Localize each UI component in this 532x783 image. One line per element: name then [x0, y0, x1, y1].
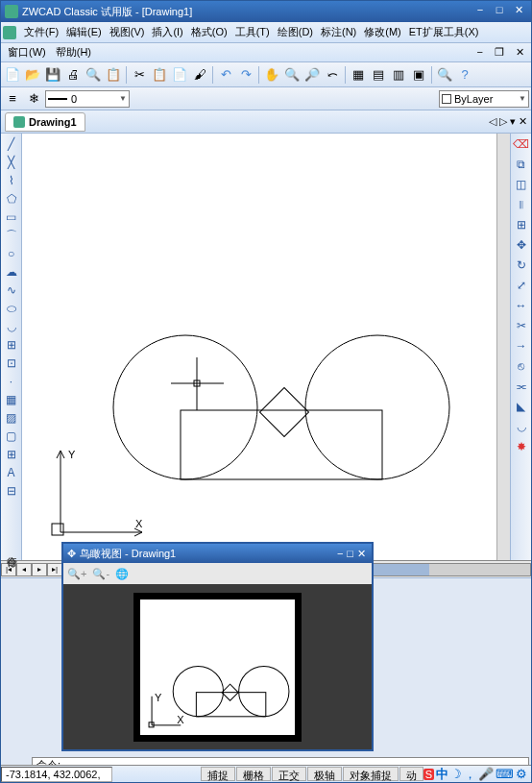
ellipse-tool[interactable]: ⬭ [3, 300, 20, 317]
menu-et[interactable]: ET扩展工具(X) [405, 23, 483, 41]
stretch-tool[interactable]: ↔ [513, 297, 530, 314]
menu-view[interactable]: 视图(V) [106, 23, 149, 41]
chamfer-tool[interactable]: ◣ [513, 398, 530, 415]
preview-button[interactable]: 🔍 [84, 65, 103, 85]
publish-button[interactable]: 📋 [104, 65, 123, 85]
drawing-canvas[interactable]: Y X [22, 134, 496, 560]
grid-toggle[interactable]: 栅格 [236, 767, 271, 781]
menu-help[interactable]: 帮助(H) [51, 43, 96, 61]
tray-moon-icon[interactable]: ☽ [450, 767, 462, 781]
aerial-zoomout-button[interactable]: 🔍- [92, 568, 109, 580]
calc-button[interactable]: ▣ [409, 65, 428, 85]
menu-tools[interactable]: 工具(T) [231, 23, 274, 41]
aerial-zoomin-button[interactable]: 🔍+ [67, 568, 86, 580]
match-button[interactable]: 🖌 [190, 65, 209, 85]
tab-right-button[interactable]: ▷ [499, 115, 507, 128]
open-button[interactable]: 📂 [23, 65, 42, 85]
menu-window[interactable]: 窗口(W) [3, 43, 51, 61]
polar-toggle[interactable]: 极轴 [307, 767, 342, 781]
aerial-global-button[interactable]: 🌐 [115, 568, 129, 580]
undo-button[interactable]: ↶ [216, 65, 235, 85]
tab-next-button[interactable]: ▸ [32, 563, 47, 576]
circle-tool[interactable]: ○ [3, 245, 20, 262]
aerial-maximize-button[interactable]: □ [347, 548, 353, 559]
spline-tool[interactable]: ∿ [3, 281, 20, 299]
layer-freeze-button[interactable]: ❄ [24, 89, 43, 109]
color-combo[interactable]: ByLayer ▼ [439, 90, 529, 108]
tray-gear-icon[interactable]: ⚙ [516, 767, 527, 781]
new-button[interactable]: 📄 [3, 65, 22, 85]
zoom-ext-button[interactable]: 🔍 [435, 65, 454, 85]
mtext-tool[interactable]: A [3, 464, 20, 481]
menu-edit[interactable]: 编辑(E) [62, 23, 106, 41]
aerial-title-bar[interactable]: ✥ 鸟瞰视图 - Drawing1 − □ ✕ [63, 544, 372, 563]
maximize-button[interactable]: □ [491, 5, 508, 18]
explode-tool[interactable]: ✸ [513, 438, 530, 455]
menu-dim[interactable]: 标注(N) [317, 23, 360, 41]
tab-left-button[interactable]: ◁ [489, 115, 496, 128]
ortho-toggle[interactable]: 正交 [272, 767, 306, 781]
vertical-scrollbar[interactable] [496, 134, 510, 560]
move-tool[interactable]: ✥ [513, 236, 530, 254]
mdi-minimize-button[interactable]: − [472, 44, 488, 61]
revcloud-tool[interactable]: ☁ [3, 263, 20, 281]
ime-icon[interactable]: S [423, 769, 434, 780]
pan-button[interactable]: ✋ [262, 65, 281, 85]
ellipse-arc-tool[interactable]: ◡ [3, 318, 20, 335]
tab-prev-button[interactable]: ◂ [16, 563, 32, 576]
tray-mic-icon[interactable]: 🎤 [478, 767, 494, 781]
mdi-close-button[interactable]: ✕ [511, 44, 529, 61]
dyn-toggle[interactable]: 动 [399, 767, 423, 781]
tab-first-button[interactable]: |◂ [1, 563, 16, 576]
insert-block-tool[interactable]: ⊞ [3, 336, 20, 354]
join-tool[interactable]: ⫘ [513, 378, 530, 395]
aerial-canvas[interactable]: Y X [63, 584, 372, 749]
tray-dot-icon[interactable]: ， [464, 766, 476, 783]
print-button[interactable]: 🖨 [63, 65, 83, 85]
point-tool[interactable]: · [3, 373, 20, 390]
rectangle-tool[interactable]: ▭ [3, 208, 20, 226]
copy-tool[interactable]: ⧉ [513, 156, 530, 173]
copy-button[interactable]: 📋 [150, 65, 169, 85]
rotate-tool[interactable]: ↻ [513, 257, 530, 274]
minimize-button[interactable]: − [472, 5, 489, 18]
fillet-tool[interactable]: ◡ [513, 418, 530, 435]
tray-keyboard-icon[interactable]: ⌨ [496, 767, 514, 781]
hatch-tool[interactable]: ▦ [3, 391, 20, 408]
cut-button[interactable]: ✂ [130, 65, 149, 85]
design-center-button[interactable]: ▤ [369, 65, 388, 85]
text-tool[interactable]: ⊟ [3, 482, 20, 500]
xline-tool[interactable]: ╳ [3, 154, 20, 171]
osnap-toggle[interactable]: 对象捕捉 [343, 767, 399, 781]
layer-manager-button[interactable]: ≡ [3, 89, 22, 109]
tool-palette-button[interactable]: ▥ [389, 65, 408, 85]
erase-tool[interactable]: ⌫ [513, 135, 530, 153]
make-block-tool[interactable]: ⊡ [3, 355, 20, 372]
offset-tool[interactable]: ⫴ [513, 196, 530, 213]
polygon-tool[interactable]: ⬠ [3, 190, 20, 208]
region-tool[interactable]: ▢ [3, 428, 20, 445]
trim-tool[interactable]: ✂ [513, 317, 530, 334]
save-button[interactable]: 💾 [43, 65, 62, 85]
array-tool[interactable]: ⊞ [513, 216, 530, 233]
mirror-tool[interactable]: ◫ [513, 176, 530, 193]
menu-file[interactable]: 文件(F) [20, 23, 62, 41]
mdi-restore-button[interactable]: ❐ [490, 44, 509, 61]
ime-mode[interactable]: 中 [436, 766, 448, 783]
close-button[interactable]: ✕ [510, 5, 527, 18]
tab-close-button[interactable]: ✕ [519, 115, 527, 128]
pline-tool[interactable]: ⌇ [3, 172, 20, 189]
properties-button[interactable]: ▦ [349, 65, 368, 85]
menu-insert[interactable]: 插入(I) [148, 23, 186, 41]
aerial-view-window[interactable]: ✥ 鸟瞰视图 - Drawing1 − □ ✕ 🔍+ 🔍- 🌐 Y X [61, 542, 374, 751]
table-tool[interactable]: ⊞ [3, 446, 20, 463]
zoom-button[interactable]: 🔍 [282, 65, 302, 85]
menu-draw[interactable]: 绘图(D) [274, 23, 317, 41]
zoom-window-button[interactable]: 🔎 [302, 65, 322, 85]
menu-format[interactable]: 格式(O) [187, 23, 231, 41]
line-tool[interactable]: ╱ [3, 135, 20, 153]
aerial-minimize-button[interactable]: − [337, 548, 343, 559]
tab-last-button[interactable]: ▸| [47, 563, 62, 576]
menu-modify[interactable]: 修改(M) [360, 23, 405, 41]
redo-button[interactable]: ↷ [236, 65, 255, 85]
